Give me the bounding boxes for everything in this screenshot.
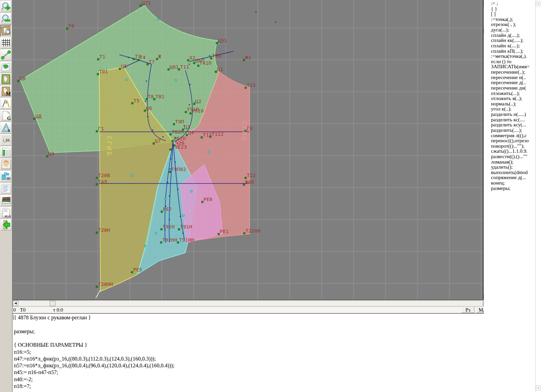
alg-button[interactable]: ALG	[0, 207, 11, 218]
palette-item-27[interactable]: поворот(()..."");	[491, 143, 524, 149]
point-label-Х2: Х2	[189, 55, 195, 60]
canvas-hscroll-thumb[interactable]	[50, 301, 55, 306]
code-editor[interactable]: { 4878 Блузон с рукавом-реглан }размеры;…	[13, 313, 484, 392]
palette-item-11[interactable]: если () то	[491, 59, 512, 65]
teal-point-marker	[158, 19, 159, 20]
palette-item-0[interactable]: := ;	[491, 1, 498, 6]
palette-vscroll[interactable]: ∧ ∨	[535, 0, 541, 392]
palette-item-19[interactable]: нормаль(..);	[491, 101, 516, 107]
palette-item-24[interactable]: разделить(....);	[491, 127, 522, 133]
point-marker-Ц1	[215, 71, 217, 73]
table-button[interactable]	[0, 146, 11, 158]
point-marker-Т8б	[210, 57, 212, 59]
teal-point-marker	[156, 232, 157, 234]
palette-item-20[interactable]: угол к(..);	[491, 106, 512, 112]
palette-item-31[interactable]: удалить();	[491, 164, 513, 170]
point-marker-Ц2	[193, 103, 195, 105]
palette-item-35[interactable]: размеры;	[491, 186, 511, 191]
teal-point-marker	[131, 175, 133, 176]
drawing-canvas[interactable]: Ц71Т0Т1Т3Т4ЖТ7Ц5Т01ЦВЦ51Х2Ц6ПТ8бТ41ПЖ1Ц1…	[13, 0, 483, 300]
teal-point-marker	[191, 191, 192, 192]
palette-item-29[interactable]: развести(().()...""	[491, 154, 527, 160]
palette-item-32[interactable]: выполнить(dmod	[491, 170, 528, 175]
palette-item-10[interactable]: :=метка(точка(,).	[491, 53, 527, 59]
point-marker-Т01	[97, 73, 99, 75]
curve-node	[275, 22, 276, 23]
palette-item-5[interactable]: дуга(...);	[491, 27, 509, 33]
page-g-button[interactable]: G	[0, 110, 11, 121]
palette-item-9[interactable]: сплайн кП(....);	[491, 48, 523, 54]
point-marker-Т9П	[173, 123, 175, 125]
point-marker-Т41П	[197, 65, 199, 67]
editor-line-4: { ОСНОВНЫЕ ПАРАМЕТРЫ }	[14, 342, 87, 348]
palette-item-22[interactable]: разделить кс(....	[491, 117, 525, 123]
palette-item-23[interactable]: разделить ксу(...	[491, 122, 526, 128]
pattern-m-button-label: M	[6, 91, 11, 97]
palette-vscroll-down[interactable]: ∨	[536, 385, 540, 390]
ruler-8-button[interactable]: 8	[0, 122, 11, 133]
point-label-Ц3: Ц3	[184, 124, 190, 130]
palette-item-21[interactable]: разделить н(.....)	[491, 112, 526, 117]
notes-button[interactable]	[0, 183, 11, 194]
point-label-Ц6: Ц6	[146, 105, 152, 111]
picture-button[interactable]	[0, 62, 11, 73]
curve-node	[169, 196, 170, 197]
command-palette[interactable]: := ;{ }[ ]:=точка(,);отрезок( , );дуга(.…	[484, 0, 541, 392]
palette-item-13[interactable]: пересечение(..);	[491, 69, 525, 75]
i66-button[interactable]: i_66.	[0, 134, 11, 146]
palette-item-12[interactable]: ЗАПИСАТЬ(имя=	[491, 64, 530, 70]
point-label-Т20НН: Т20НН	[98, 281, 113, 287]
left-toolbar: MAG8i_66.3DALG	[0, 0, 13, 392]
palette-item-26[interactable]: перенос((),отрезо	[491, 138, 529, 144]
point-label-Т112: Т112	[212, 131, 224, 137]
curve-node	[178, 189, 179, 190]
point-label-Т9П02: Т9П02	[171, 167, 186, 172]
palette-item-4[interactable]: отрезок( , );	[491, 22, 516, 27]
threed-button[interactable]: 3D	[0, 171, 11, 182]
point-label-ЦД: ЦД	[36, 114, 42, 119]
palette-item-28[interactable]: сжать(()...1.1.0.9.	[491, 148, 527, 154]
palette-item-8[interactable]: сплайн к(....);	[491, 43, 520, 49]
palette-item-18[interactable]: отложить в(..);	[491, 96, 522, 101]
pattern-m-button[interactable]: M	[0, 85, 11, 97]
palette-item-34[interactable]: конец;	[491, 180, 505, 186]
point-label-Т41П: Т41П	[199, 60, 212, 66]
palette-item-6[interactable]: сплайн д(....);	[491, 32, 520, 38]
point-label-Т8б: Т8б	[212, 53, 221, 58]
point-label-Т7: Т7	[149, 59, 155, 65]
palette-item-15[interactable]: пересечение д(..	[491, 80, 526, 85]
measure-line-button[interactable]	[0, 49, 11, 61]
palette-vscroll-up[interactable]: ∧	[536, 1, 540, 6]
point-label-Ц9: Ц9	[48, 151, 54, 156]
zoom-in-button[interactable]	[0, 1, 11, 12]
canvas-hscroll-left[interactable]: ◀	[13, 301, 18, 306]
point-label-РЕ5: РЕ5	[133, 267, 142, 272]
point-label-Г1: Г1	[98, 126, 104, 131]
point-marker-РЕ7	[161, 211, 163, 213]
canvas-hscroll-track[interactable]: ◀	[13, 300, 483, 307]
point-label-Т91НН: Т91НН	[179, 237, 194, 243]
palette-item-3[interactable]: :=точка(,);	[491, 17, 513, 22]
curve-node	[163, 137, 164, 138]
pattern-piece-button[interactable]	[0, 73, 11, 85]
palette-item-2[interactable]: [ ]	[491, 11, 496, 17]
point-label-Ц7: Ц7	[155, 138, 161, 144]
palette-item-7[interactable]: сплайн кк(.....);	[491, 38, 523, 43]
palette-item-17[interactable]: отложить(...);	[491, 91, 520, 96]
preview-pattern-button[interactable]	[0, 25, 11, 36]
palette-item-33[interactable]: сопряжение д(...	[491, 175, 526, 180]
palette-item-25[interactable]: симметрия л((),с	[491, 133, 527, 139]
palette-item-14[interactable]: пересечение н(..	[491, 75, 526, 80]
books-button[interactable]	[0, 195, 11, 206]
palette-item-1[interactable]: { }	[491, 6, 497, 12]
exit-button[interactable]	[0, 219, 11, 230]
grid-button[interactable]	[0, 37, 11, 49]
point-label-РЕ1: РЕ1	[220, 229, 229, 234]
draw-tools-button[interactable]: A	[0, 98, 11, 109]
palette-item-16[interactable]: пересечение дн(	[491, 85, 526, 91]
zoom-out-button[interactable]	[0, 13, 11, 24]
rz-button[interactable]: Рз	[462, 307, 474, 313]
photo-button[interactable]	[0, 158, 11, 170]
palette-item-30[interactable]: ломаная();	[491, 159, 514, 165]
point-label-Т5: Т5	[134, 98, 140, 103]
